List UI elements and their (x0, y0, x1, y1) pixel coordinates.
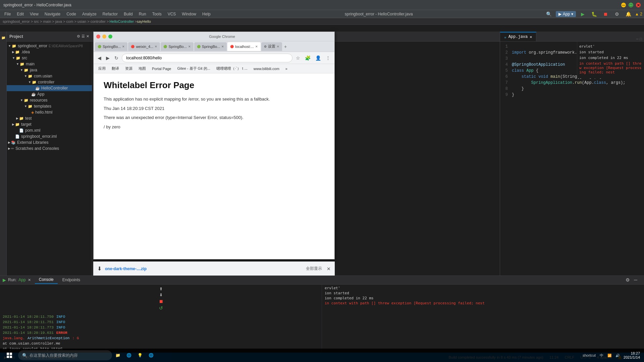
tree-item-resources[interactable]: ▼ 📁 resources (7, 97, 92, 103)
sidebar-collapse-button[interactable]: ☰ (82, 34, 85, 39)
taskbar-file-explorer[interactable]: 📁 (113, 349, 123, 361)
bookmark-apps[interactable]: 应用 (96, 65, 108, 72)
bottom-tab-console[interactable]: Console (35, 276, 58, 284)
start-button[interactable] (1, 349, 17, 362)
taskbar-chrome[interactable]: 🌐 (146, 349, 156, 361)
clock[interactable]: 18:27 2021/1/14 (624, 351, 640, 359)
maximize-button[interactable]: □ (629, 3, 633, 7)
profile-button[interactable]: 👤 (314, 55, 322, 61)
extension-button[interactable]: 🧩 (304, 55, 312, 61)
bookmark-button[interactable]: ☆ (294, 55, 302, 61)
back-button[interactable]: ◀ (96, 55, 103, 61)
menu-edit[interactable]: Edit (14, 11, 26, 17)
tree-item-springboot-error[interactable]: ▼ 📁 springboot_error E:\IDEAWorkSpace\P8 (7, 43, 92, 49)
tree-item-target[interactable]: ▶ 📁 target (7, 121, 92, 127)
bookmark-more[interactable]: » (283, 66, 289, 71)
run-config-selector[interactable]: ▶ App ▾ (556, 11, 576, 17)
taskbar-intellij[interactable]: 💡 (135, 349, 145, 361)
settings-button[interactable]: ⚙ (612, 9, 622, 19)
new-tab-button[interactable]: + (283, 44, 288, 49)
tree-item-java[interactable]: ▼ 📁 java (7, 67, 92, 73)
browser-tab-4[interactable]: 🟢 SpringBo... ✕ (194, 42, 227, 51)
tab-close-icon[interactable]: ✕ (155, 45, 157, 48)
scroll-up-button[interactable]: ⬆ (1, 286, 320, 292)
forward-button[interactable]: ▶ (105, 55, 111, 61)
minimize-button[interactable]: ─ (621, 3, 626, 7)
bookmark-bilibili-1[interactable]: 嗯哩嗯哩（·`）ｔ... (214, 65, 250, 72)
menu-navigate[interactable]: Navigate (42, 11, 63, 17)
bottom-settings-button[interactable]: ⚙ (624, 277, 631, 283)
tree-item-templates[interactable]: ▼ 📁 templates (7, 103, 92, 109)
browser-tab-settings[interactable]: ⚙ 设置 ✕ (261, 42, 282, 51)
menu-button[interactable]: ⋮ (324, 55, 332, 61)
search-everywhere-button[interactable]: 🔍 (544, 9, 554, 19)
tree-item-app[interactable]: ▶ ☕ App (7, 91, 92, 97)
run-button[interactable]: ▶ (578, 9, 587, 19)
tree-item-iml[interactable]: ▶ 📄 springboot_error.iml (7, 133, 92, 139)
tab-close-icon[interactable]: ✕ (122, 45, 125, 48)
rerun-button[interactable]: ↺ (1, 305, 320, 311)
panel-maximize-button[interactable]: □ (640, 37, 642, 41)
taskbar-search[interactable]: 🔍 在这里输入你要搜索的内容 (18, 350, 112, 360)
bookmark-gitee[interactable]: Gitee - 基于 Git 的... (175, 65, 212, 72)
tab-close-icon[interactable]: ✕ (530, 35, 532, 40)
bottom-minimize-button[interactable]: ─ (633, 277, 639, 283)
menu-code[interactable]: Code (64, 11, 79, 17)
tree-item-main[interactable]: ▼ 📁 main (7, 61, 92, 67)
run-close-button[interactable]: ✕ (28, 278, 31, 282)
sidebar-settings-button[interactable]: ⚙ (77, 34, 80, 39)
project-view-button[interactable]: 📁 (0, 33, 8, 42)
browser-tab-1[interactable]: 🟢 SpringBo... ✕ (95, 42, 127, 51)
tree-item-hello-controller[interactable]: ▶ ☕ HelloController (7, 85, 92, 91)
browser-tab-2[interactable]: 🔴 weixin_4... ✕ (128, 42, 160, 51)
download-close-button[interactable]: ✕ (327, 265, 331, 272)
browser-close-button[interactable] (96, 35, 100, 39)
bookmark-resources[interactable]: 资源 (123, 65, 135, 72)
address-bar[interactable] (122, 54, 292, 62)
show-all-button[interactable]: 全部显示 (304, 265, 324, 272)
tree-item-test[interactable]: ▶ 📁 test (7, 115, 92, 121)
debug-button[interactable]: 🐛 (589, 9, 599, 19)
scroll-down-button[interactable]: ⬇ (1, 292, 320, 298)
bookmark-bilibili-2[interactable]: www.bilibili.com (252, 66, 281, 71)
tree-item-com-usian[interactable]: ▼ 📁 com.usian (7, 73, 92, 79)
tab-close-icon[interactable]: ✕ (277, 45, 279, 48)
browser-tab-3[interactable]: 🟢 SpringBo... ✕ (161, 42, 193, 51)
bookmark-maps[interactable]: 地图 (137, 65, 148, 72)
menu-analyze[interactable]: Analyze (79, 11, 99, 17)
bookmark-translate[interactable]: 翻译 (110, 65, 121, 72)
menu-view[interactable]: View (27, 11, 41, 17)
tab-close-icon[interactable]: ✕ (255, 45, 258, 48)
menu-build[interactable]: Build (121, 11, 136, 17)
tab-close-icon[interactable]: ✕ (188, 45, 191, 48)
menu-tools[interactable]: Tools (150, 11, 164, 17)
panel-minimize-button[interactable]: ─ (636, 37, 639, 41)
menu-help[interactable]: Help (200, 11, 213, 17)
tree-item-hello-html[interactable]: ▶ ◈ hello.html (7, 109, 92, 115)
tree-item-idea[interactable]: ▶ 📁 .idea (7, 49, 92, 55)
bookmark-portal[interactable]: Portal Page (150, 66, 173, 71)
bottom-tab-endpoints[interactable]: Endpoints (58, 276, 84, 284)
browser-minimize-button[interactable] (102, 35, 106, 39)
notifications-button[interactable]: 🔔 (624, 9, 633, 19)
taskbar-browser[interactable]: 🌐 (124, 349, 134, 361)
menu-window[interactable]: Window (179, 11, 199, 17)
rp-tab-app-java[interactable]: ☕ App.java ✕ (500, 32, 536, 41)
sidebar-close-button[interactable]: ✕ (86, 34, 89, 39)
browser-tab-localhost[interactable]: 🔴 localhost:... ✕ (227, 42, 261, 51)
browser-maximize-button[interactable] (108, 35, 112, 39)
reload-button[interactable]: ↻ (113, 55, 120, 61)
stop-button[interactable]: ⏹ (601, 9, 610, 19)
menu-vcs[interactable]: VCS (165, 11, 179, 17)
menu-run[interactable]: Run (136, 11, 149, 17)
tree-item-controller[interactable]: ▼ 📁 controller (7, 79, 92, 85)
keyboard-layout-indicator[interactable]: shortcut (583, 353, 596, 357)
menu-file[interactable]: File (2, 11, 13, 17)
menu-refactor[interactable]: Refactor (100, 11, 120, 17)
tree-item-scratches[interactable]: ▶ ✏ Scratches and Consoles (7, 145, 92, 152)
tab-close-icon[interactable]: ✕ (221, 45, 224, 48)
close-button[interactable]: ✕ (636, 3, 641, 7)
stop-run-button[interactable]: ⏹ (1, 298, 320, 305)
tree-item-external-libs[interactable]: ▶ 📚 External Libraries (7, 139, 92, 145)
tree-item-src[interactable]: ▼ 📁 src (7, 55, 92, 61)
